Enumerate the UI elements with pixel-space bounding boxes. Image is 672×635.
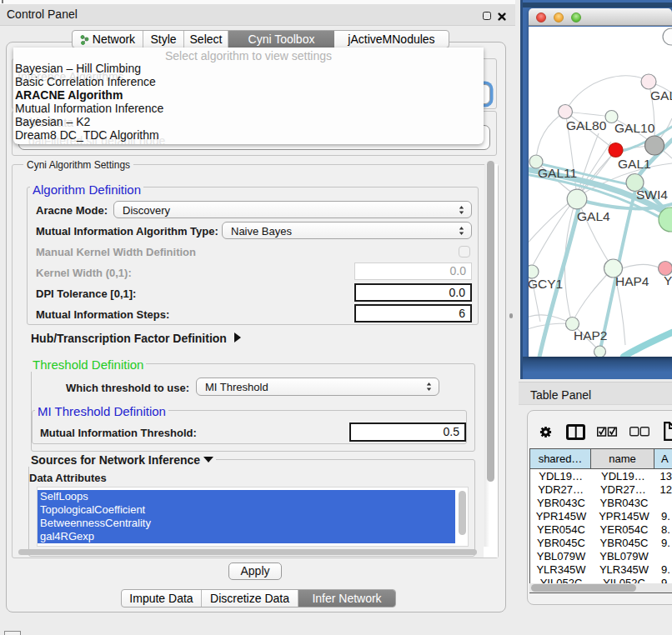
svg-text:GCY1: GCY1 [529,277,563,291]
svg-text:Y: Y [664,273,672,288]
svg-text:GAL10: GAL10 [614,121,655,135]
svg-text:GAL80: GAL80 [566,118,607,132]
svg-text:HAP2: HAP2 [574,328,608,342]
svg-text:GAL: GAL [650,88,672,102]
svg-text:HAP4: HAP4 [615,274,649,288]
svg-text:SWI4: SWI4 [636,188,668,202]
svg-text:GAL11: GAL11 [538,166,577,180]
svg-text:GAL1: GAL1 [618,157,651,171]
svg-text:GAL4: GAL4 [577,209,610,223]
